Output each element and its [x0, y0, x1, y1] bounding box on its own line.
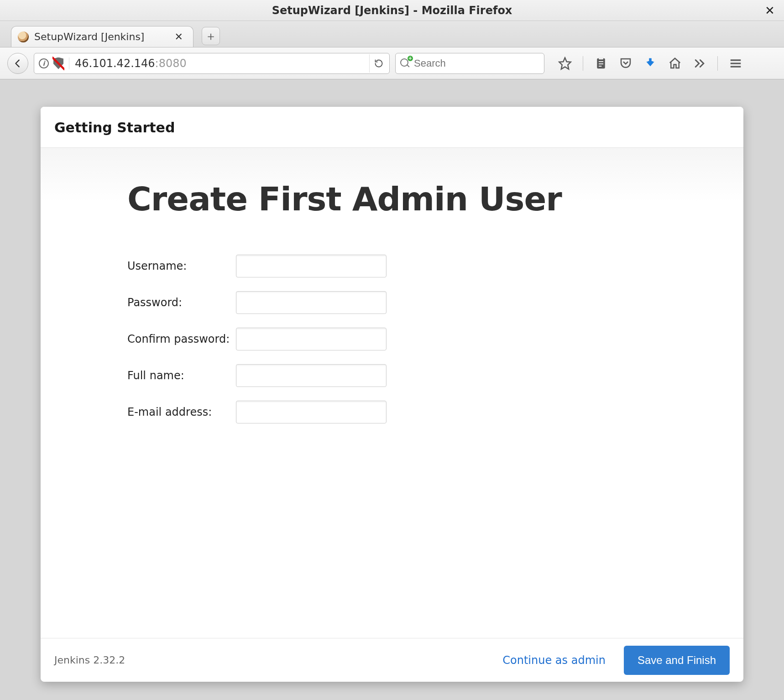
reader-clipboard-button[interactable] — [594, 57, 608, 70]
email-label: E-mail address: — [127, 401, 236, 423]
search-add-engine-icon: + — [408, 56, 413, 61]
home-icon — [668, 57, 682, 70]
svg-rect-8 — [731, 63, 741, 64]
overflow-button[interactable] — [693, 57, 706, 70]
form-row-username: Username: — [127, 255, 387, 277]
hamburger-icon — [729, 57, 742, 70]
svg-rect-2 — [599, 57, 603, 59]
svg-rect-5 — [599, 66, 601, 67]
svg-rect-7 — [731, 59, 741, 61]
form-row-confirm: Confirm password: — [127, 328, 387, 350]
clipboard-icon — [594, 57, 608, 70]
toolbar-icons — [558, 56, 742, 71]
pocket-icon — [619, 57, 632, 70]
chevron-left-icon — [13, 58, 23, 68]
form-row-email: E-mail address: — [127, 401, 387, 423]
reload-icon — [374, 59, 383, 68]
tab-close-button[interactable]: ✕ — [173, 31, 185, 42]
form-row-fullname: Full name: — [127, 364, 387, 387]
url-text: 46.101.42.146:8080 — [75, 57, 369, 70]
username-input[interactable] — [236, 255, 387, 277]
fullname-input[interactable] — [236, 364, 387, 387]
info-icon: i — [39, 58, 49, 68]
svg-marker-6 — [646, 58, 654, 66]
save-and-finish-button[interactable]: Save and Finish — [624, 646, 730, 675]
password-input[interactable] — [236, 291, 387, 314]
email-input[interactable] — [236, 401, 387, 423]
search-box[interactable]: + — [395, 53, 544, 74]
star-icon — [558, 57, 572, 70]
window-titlebar: SetupWizard [Jenkins] - Mozilla Firefox … — [0, 0, 784, 21]
wizard-section-title: Getting Started — [41, 107, 743, 148]
jenkins-version: Jenkins 2.32.2 — [54, 654, 125, 666]
double-chevron-right-icon — [693, 57, 706, 70]
username-label: Username: — [127, 255, 236, 277]
wizard-body: Create First Admin User Username: Passwo… — [41, 148, 743, 638]
confirm-password-label: Confirm password: — [127, 328, 236, 350]
form-row-password: Password: — [127, 291, 387, 314]
insecure-shield-icon — [53, 57, 63, 69]
search-input[interactable] — [414, 57, 539, 69]
tab-strip: SetupWizard [Jenkins] ✕ ＋ — [0, 21, 784, 47]
site-identity[interactable]: i — [39, 57, 69, 69]
window-close-button[interactable]: ✕ — [763, 4, 777, 17]
svg-rect-9 — [731, 66, 741, 67]
wizard-heading: Create First Admin User — [127, 180, 725, 218]
page-viewport: Getting Started Create First Admin User … — [0, 79, 784, 700]
svg-rect-3 — [599, 61, 603, 62]
password-label: Password: — [127, 291, 236, 314]
confirm-password-input[interactable] — [236, 328, 387, 350]
pocket-button[interactable] — [619, 57, 632, 70]
toolbar-separator — [583, 56, 583, 71]
new-tab-button[interactable]: ＋ — [202, 27, 220, 45]
continue-as-admin-link[interactable]: Continue as admin — [502, 654, 606, 667]
hamburger-menu-button[interactable] — [729, 57, 742, 70]
download-arrow-icon — [643, 57, 657, 70]
setup-wizard-card: Getting Started Create First Admin User … — [41, 107, 743, 682]
admin-user-form: Username: Password: Confirm password: Fu… — [127, 241, 387, 437]
url-host: 46.101.42.146 — [75, 57, 155, 70]
bookmark-star-button[interactable] — [558, 57, 572, 70]
svg-rect-4 — [599, 63, 603, 64]
window-title: SetupWizard [Jenkins] - Mozilla Firefox — [272, 4, 512, 17]
reload-button[interactable] — [369, 54, 387, 73]
nav-back-button[interactable] — [7, 53, 28, 74]
browser-tab-active[interactable]: SetupWizard [Jenkins] ✕ — [11, 26, 193, 47]
downloads-button[interactable] — [643, 57, 657, 70]
url-bar[interactable]: i 46.101.42.146:8080 — [34, 53, 390, 74]
jenkins-favicon-icon — [18, 31, 29, 42]
toolbar-separator-2 — [717, 56, 718, 71]
tab-title: SetupWizard [Jenkins] — [34, 31, 144, 42]
url-port: :8080 — [155, 57, 187, 70]
home-button[interactable] — [668, 57, 682, 70]
fullname-label: Full name: — [127, 364, 236, 387]
browser-toolbar: i 46.101.42.146:8080 + — [0, 47, 784, 79]
wizard-footer: Jenkins 2.32.2 Continue as admin Save an… — [41, 638, 743, 682]
svg-marker-0 — [559, 57, 571, 69]
search-icon: + — [400, 58, 410, 68]
